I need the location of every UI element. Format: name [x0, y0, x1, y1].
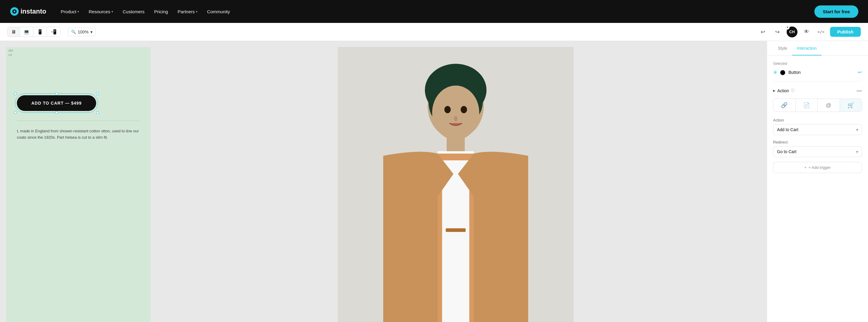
zoom-control[interactable]: 🔍 100% ▾ [68, 28, 96, 36]
chevron-down-icon: ▾ [90, 30, 93, 34]
selected-label: Selected [773, 61, 862, 66]
chevron-down-icon: ▾ [112, 10, 113, 13]
nav-item-resources[interactable]: Resources ▾ [89, 9, 113, 14]
plus-icon: + [785, 25, 789, 30]
product-description: t, made in England from shower-resistant… [17, 128, 140, 141]
plus-icon: + [804, 165, 807, 170]
nav-item-pricing[interactable]: Pricing [154, 9, 168, 14]
svg-rect-16 [442, 160, 469, 322]
nav-item-customers[interactable]: Customers [123, 9, 145, 14]
mobile-device-button[interactable]: 📲 [47, 27, 60, 36]
selection-handle-tr[interactable] [96, 93, 99, 95]
panel-body: Selected 🖥 ⬤ Button ↩ ▶ Action ⓘ — 🔗 📄 @ [767, 56, 868, 322]
nav-item-partners[interactable]: Partners ▾ [178, 9, 197, 14]
product-divider [17, 121, 140, 121]
side-panel: Style Interaction Selected 🖥 ⬤ Button ↩ … [767, 41, 868, 322]
action-title: ▶ Action ⓘ [773, 88, 795, 93]
action-type-buttons: 🔗 📄 @ 🛒 [773, 98, 862, 112]
tablet-device-button[interactable]: 📱 [33, 27, 47, 36]
redirect-field-label: Redirect [773, 140, 862, 144]
svg-rect-17 [446, 228, 466, 232]
triangle-icon: ▶ [773, 89, 775, 92]
redo-button[interactable]: ↪ [772, 27, 783, 37]
redirect-select-wrapper: Go to Cart Stay on Page Go to Checkout [773, 146, 862, 157]
zoom-value: 100% [78, 30, 89, 34]
publish-button[interactable]: Publish [830, 27, 861, 37]
logo-text: instanto [21, 7, 46, 16]
selection-handle-bl[interactable] [14, 111, 17, 114]
action-header: ▶ Action ⓘ — [773, 87, 862, 94]
collapse-button[interactable]: — [857, 87, 862, 94]
avatar-initials: CH [789, 30, 795, 34]
selection-handle-br[interactable] [96, 111, 99, 114]
pill-icon: ⬤ [780, 69, 785, 75]
redirect-field: Redirect Go to Cart Stay on Page Go to C… [773, 140, 862, 157]
navbar: instanto Product ▾ Resources ▾ Customers… [0, 0, 868, 23]
product-image [151, 47, 761, 322]
selection-box: ADD TO CART — $499 [17, 95, 96, 111]
logo[interactable]: instanto [10, 7, 46, 16]
action-type-scroll-button[interactable]: 📄 [796, 99, 818, 112]
button-wrapper: ADD TO CART — $499 [17, 95, 96, 111]
action-select-wrapper: Add to Cart Remove from Cart Update Cart [773, 124, 862, 135]
action-type-cart-button[interactable]: 🛒 [840, 99, 862, 112]
action-field-label: Action [773, 118, 862, 122]
svg-rect-13 [447, 135, 465, 153]
preview-button[interactable]: 👁 [801, 27, 812, 37]
selection-handle-tm[interactable] [56, 93, 58, 95]
start-for-free-button[interactable]: Start for free [814, 5, 858, 18]
selection-handle-bm[interactable] [56, 111, 58, 114]
svg-point-2 [13, 10, 16, 12]
avatar[interactable]: + CH [786, 27, 798, 37]
logo-icon [10, 7, 19, 16]
svg-point-12 [454, 116, 458, 121]
action-type-email-button[interactable]: @ [818, 99, 840, 112]
chevron-down-icon: ▾ [78, 10, 79, 13]
svg-point-11 [461, 106, 467, 113]
action-type-link-button[interactable]: 🔗 [773, 99, 796, 112]
desktop-device-button[interactable]: 🖥 [7, 27, 20, 36]
selected-element: 🖥 ⬤ Button ↩ [773, 69, 862, 81]
nav-items: Product ▾ Resources ▾ Customers Pricing … [61, 9, 814, 14]
code-button[interactable]: </> [815, 27, 827, 37]
search-icon: 🔍 [71, 30, 76, 34]
canvas-content: dat int ADD TO CART — $499 [6, 47, 761, 322]
panel-tabs: Style Interaction [767, 41, 868, 56]
laptop-device-button[interactable]: 💻 [20, 27, 33, 36]
add-trigger-label: + Add trigger [808, 165, 831, 170]
canvas-bg-text: dat int [8, 48, 13, 58]
main-area: dat int ADD TO CART — $499 [0, 41, 868, 322]
element-name: Button [788, 70, 855, 75]
monitor-icon: 🖥 [773, 70, 777, 75]
toolbar: 🖥 💻 📱 📲 🔍 100% ▾ ↩ ↪ + CH 👁 </> Publish [0, 23, 868, 41]
toolbar-right: ↩ ↪ + CH 👁 </> Publish [758, 27, 861, 37]
undo-button[interactable]: ↩ [758, 27, 769, 37]
redirect-select[interactable]: Go to Cart Stay on Page Go to Checkout [773, 146, 862, 157]
back-arrow-icon[interactable]: ↩ [858, 69, 862, 75]
model-image [151, 47, 761, 322]
add-to-cart-button[interactable]: ADD TO CART — $499 [17, 95, 96, 111]
selection-handle-tl[interactable] [14, 93, 17, 95]
tab-interaction[interactable]: Interaction [792, 41, 821, 56]
nav-item-product[interactable]: Product ▾ [61, 9, 79, 14]
canvas-area: dat int ADD TO CART — $499 [0, 41, 767, 322]
svg-point-9 [432, 86, 479, 140]
chevron-down-icon: ▾ [196, 10, 197, 13]
nav-item-community[interactable]: Community [207, 9, 230, 14]
svg-point-10 [444, 106, 451, 113]
info-icon: ⓘ [791, 88, 795, 93]
action-field: Action Add to Cart Remove from Cart Upda… [773, 118, 862, 135]
product-left-panel: dat int ADD TO CART — $499 [6, 47, 151, 322]
tab-style[interactable]: Style [773, 41, 792, 56]
device-switcher: 🖥 💻 📱 📲 [7, 27, 61, 37]
action-section-title: Action [777, 88, 789, 93]
add-trigger-button[interactable]: + + Add trigger [773, 162, 862, 173]
action-select[interactable]: Add to Cart Remove from Cart Update Cart [773, 124, 862, 135]
